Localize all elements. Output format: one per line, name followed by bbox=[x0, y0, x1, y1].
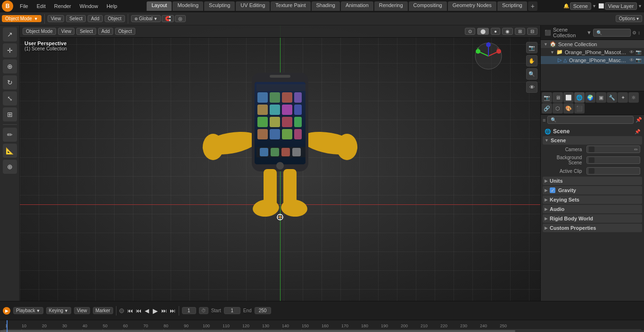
tool-rotate[interactable]: ↻ bbox=[3, 75, 17, 89]
workspace-animation[interactable]: Animation bbox=[341, 1, 373, 11]
obj-hide-render[interactable]: 📷 bbox=[636, 57, 641, 63]
audio-toggle[interactable] bbox=[119, 308, 124, 313]
units-header[interactable]: ▶ Units bbox=[543, 177, 642, 185]
tab-view-layer[interactable]: ⬜ bbox=[563, 92, 574, 103]
keying-sets-header[interactable]: ▶ Keying Sets bbox=[543, 195, 642, 204]
outliner-sync-btn[interactable]: ↕ bbox=[638, 30, 640, 35]
workspace-scripting[interactable]: Scripting bbox=[497, 1, 527, 11]
current-frame-display[interactable]: 1 bbox=[182, 307, 196, 314]
rigid-body-header[interactable]: ▶ Rigid Body World bbox=[543, 214, 642, 223]
tool-add[interactable]: ⊕ bbox=[3, 160, 17, 174]
transform-global[interactable]: ⊕ Global ▼ bbox=[131, 15, 161, 22]
scene-selector[interactable]: Scene bbox=[570, 2, 591, 10]
workspace-compositing[interactable]: Compositing bbox=[409, 1, 447, 11]
outliner-filter-btn[interactable]: ⚙ bbox=[632, 30, 636, 35]
options-button[interactable]: Options ▾ bbox=[616, 15, 642, 22]
camera-edit-icon[interactable]: ✏ bbox=[634, 147, 638, 152]
scene-props-pin[interactable]: 📌 bbox=[635, 129, 640, 134]
hand-icon[interactable]: ✋ bbox=[526, 55, 537, 66]
workspace-rendering[interactable]: Rendering bbox=[374, 1, 408, 11]
object-menu[interactable]: Object bbox=[105, 15, 125, 22]
snap-btn[interactable]: 🧲 bbox=[162, 15, 174, 22]
tab-physics[interactable]: ⚛ bbox=[628, 92, 639, 103]
audio-header[interactable]: ▶ Audio bbox=[543, 205, 642, 213]
tool-measure[interactable]: 📐 bbox=[3, 144, 17, 158]
tab-object[interactable]: ▣ bbox=[596, 92, 606, 103]
view-menu[interactable]: View bbox=[48, 15, 65, 22]
workspace-geometry-nodes[interactable]: Geometry Nodes bbox=[448, 1, 496, 11]
add-menu[interactable]: Add bbox=[88, 15, 103, 22]
tab-particles[interactable]: ✦ bbox=[618, 92, 628, 103]
viewport-overlay[interactable]: ⊞ bbox=[515, 28, 525, 35]
zoom-icon[interactable]: 🔍 bbox=[526, 68, 537, 80]
workspace-sculpting[interactable]: Sculpting bbox=[204, 1, 235, 11]
tool-cursor[interactable]: ✛ bbox=[3, 43, 17, 57]
timeline-scrollbar-thumb[interactable] bbox=[0, 330, 515, 332]
mode-selector[interactable]: Object Mode▼ bbox=[2, 15, 41, 22]
gravity-checkbox[interactable]: ✓ bbox=[550, 187, 555, 193]
outliner-scene-collection[interactable]: ▼ 🏠 Scene Collection bbox=[541, 40, 644, 48]
menu-help[interactable]: Help bbox=[103, 2, 121, 10]
tab-render[interactable]: 📷 bbox=[542, 92, 552, 103]
vp-add-btn[interactable]: Add bbox=[98, 28, 113, 35]
proportional-edit[interactable]: ◎ bbox=[175, 15, 186, 22]
props-pin-icon[interactable]: 📌 bbox=[636, 117, 642, 123]
tool-select[interactable]: ↗ bbox=[3, 27, 17, 41]
menu-window[interactable]: Window bbox=[76, 2, 102, 10]
tab-scene[interactable]: 🌐 bbox=[574, 92, 585, 103]
prev-keyframe-btn[interactable]: ⏮ bbox=[135, 308, 142, 314]
play-btn[interactable]: ▶ bbox=[152, 308, 159, 314]
tool-scale[interactable]: ⤡ bbox=[3, 91, 17, 105]
view-icon[interactable]: 👁 bbox=[526, 81, 537, 93]
tab-constraints[interactable]: 🔗 bbox=[542, 103, 552, 113]
workspace-uv-editing[interactable]: UV Editing bbox=[236, 1, 270, 11]
hide-viewport-icon[interactable]: 👁 bbox=[629, 49, 634, 55]
vp-view-btn[interactable]: View bbox=[58, 28, 75, 35]
play-reverse-btn[interactable]: ◀ bbox=[144, 308, 150, 314]
tab-modifier[interactable]: 🔧 bbox=[607, 92, 617, 103]
vp-object-btn[interactable]: Object bbox=[115, 28, 135, 35]
custom-props-header[interactable]: ▶ Custom Properties bbox=[543, 224, 642, 232]
end-frame[interactable]: 250 bbox=[255, 307, 271, 314]
hide-render-icon[interactable]: 📷 bbox=[636, 49, 641, 55]
workspace-modeling[interactable]: Modeling bbox=[173, 1, 203, 11]
timeline-mode-icon[interactable]: ▶ bbox=[3, 307, 10, 315]
outliner-filter-icon[interactable]: ▼ bbox=[586, 30, 592, 35]
viewport-shading-rendered[interactable]: ◉ bbox=[502, 28, 513, 35]
frame-ruler[interactable]: 1 10 20 30 40 50 60 70 80 90 100 110 120 bbox=[0, 320, 644, 332]
outliner-object-1[interactable]: ▷ △ Orange_IPhone_Mascot_I 👁 📷 bbox=[541, 56, 644, 64]
tab-world[interactable]: 🌍 bbox=[585, 92, 595, 103]
tool-transform[interactable]: ⊞ bbox=[3, 107, 17, 121]
tab-texture[interactable]: ⬛ bbox=[574, 103, 585, 113]
viewport-3d[interactable]: Object Mode View Select Add Object ⊙ ⬤ ●… bbox=[20, 25, 540, 301]
menu-edit[interactable]: Edit bbox=[33, 2, 50, 10]
obj-hide-viewport[interactable]: 👁 bbox=[629, 57, 634, 63]
workspace-texture-paint[interactable]: Texture Paint bbox=[271, 1, 310, 11]
outliner-collection-1[interactable]: ▼ 📁 Orange_IPhone_Mascot_Hap 👁 📷 bbox=[541, 48, 644, 56]
jump-end-btn[interactable]: ⏭ bbox=[169, 308, 176, 314]
active-clip-value[interactable] bbox=[586, 167, 640, 175]
next-keyframe-btn[interactable]: ⏭ bbox=[161, 308, 167, 314]
timeline-scrollbar[interactable] bbox=[0, 330, 644, 332]
viewport-xray[interactable]: ⊟ bbox=[527, 28, 537, 35]
viewport-gizmo[interactable]: X Y Z bbox=[474, 42, 503, 70]
vp-select-btn[interactable]: Select bbox=[76, 28, 96, 35]
gravity-header[interactable]: ▶ ✓ Gravity bbox=[543, 186, 642, 194]
select-menu[interactable]: Select bbox=[66, 15, 86, 22]
viewport-shading-wire[interactable]: ⊙ bbox=[465, 28, 475, 35]
tool-move[interactable]: ⊕ bbox=[3, 59, 17, 73]
start-frame[interactable]: 1 bbox=[224, 307, 240, 314]
scene-section-header[interactable]: ▼ Scene bbox=[543, 136, 642, 145]
vp-mode-btn[interactable]: Object Mode bbox=[23, 28, 56, 35]
keying-menu[interactable]: Keying▼ bbox=[46, 307, 72, 314]
jump-start-btn[interactable]: ⏮ bbox=[127, 308, 133, 314]
workspace-shading[interactable]: Shading bbox=[312, 1, 340, 11]
bg-scene-value[interactable] bbox=[586, 156, 640, 164]
tab-material[interactable]: 🎨 bbox=[563, 103, 574, 113]
tab-data[interactable]: ⬡ bbox=[553, 103, 563, 113]
tab-output[interactable]: 🖥 bbox=[553, 92, 563, 103]
view-layer-selector[interactable]: View Layer bbox=[605, 2, 637, 10]
tool-annotate[interactable]: ✏ bbox=[3, 128, 17, 142]
camera-icon[interactable]: 📷 bbox=[526, 42, 537, 53]
playback-menu[interactable]: Playback▼ bbox=[13, 307, 43, 314]
